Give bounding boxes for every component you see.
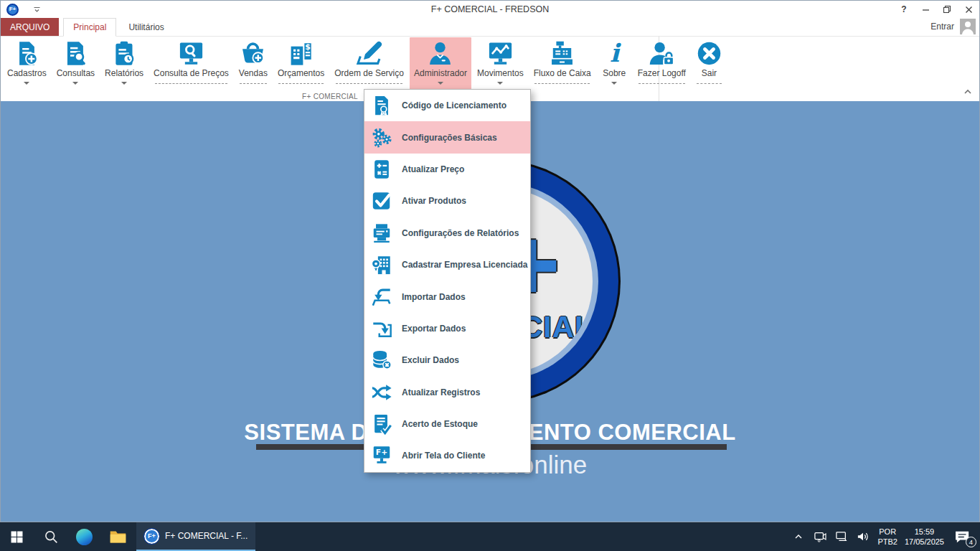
ribbon-button-administrador[interactable]: Administrador bbox=[410, 37, 471, 90]
file-explorer-icon[interactable] bbox=[101, 522, 135, 551]
menu-item-label: Abrir Tela do Cliente bbox=[402, 451, 485, 461]
minimize-button[interactable] bbox=[915, 1, 936, 18]
building-pin-icon bbox=[371, 254, 392, 276]
menu-item-atualizar-preco[interactable]: Atualizar Preço bbox=[364, 154, 530, 185]
doc-plus-icon bbox=[14, 40, 40, 67]
ribbon-button-orcamentos[interactable]: $Orçamentos bbox=[273, 37, 329, 90]
administrador-dropdown-menu: Código de LicenciamentoConfigurações Bás… bbox=[364, 89, 531, 473]
volume-icon[interactable] bbox=[856, 531, 870, 542]
menu-item-label: Cadastrar Empresa Licenciada bbox=[402, 260, 527, 270]
window-controls: ? bbox=[893, 1, 979, 18]
dashed-separator bbox=[334, 81, 404, 85]
dashed-separator bbox=[278, 81, 324, 85]
ribbon-button-sair[interactable]: Sair bbox=[692, 37, 727, 90]
menu-item-label: Ativar Produtos bbox=[402, 196, 466, 206]
dashed-separator bbox=[239, 81, 268, 85]
notification-count-badge: 4 bbox=[966, 537, 976, 547]
taskbar-app-button[interactable]: F+ F+ COMERCIAL - F... bbox=[136, 522, 255, 551]
menu-item-label: Configurações de Relatórios bbox=[402, 228, 519, 238]
menu-item-configuracoes-de-relatorios[interactable]: Configurações de Relatórios bbox=[364, 217, 530, 249]
clock-time: 15:59 bbox=[905, 527, 944, 537]
clock-date: 17/05/2025 bbox=[905, 537, 944, 547]
ribbon-button-movimentos[interactable]: Movimentos bbox=[473, 37, 528, 90]
ribbon-button-consultas[interactable]: Consultas bbox=[52, 37, 99, 90]
svg-text:F+: F+ bbox=[376, 448, 387, 458]
dropdown-arrow-icon bbox=[414, 81, 467, 85]
taskbar: F+ F+ COMERCIAL - F... POR PTB2 15:59 1 bbox=[0, 522, 980, 551]
monitor-fplus-icon: F+ bbox=[371, 445, 392, 466]
ribbon-button-vendas[interactable]: Vendas bbox=[235, 37, 272, 90]
ribbon-button-ordem-de-servico[interactable]: Ordem de Serviço bbox=[330, 37, 408, 90]
language-line2: PTB2 bbox=[877, 537, 897, 547]
ribbon-button-label: Orçamentos bbox=[278, 68, 324, 78]
ribbon-button-sobre[interactable]: iSobre bbox=[597, 37, 632, 90]
menu-item-ativar-produtos[interactable]: Ativar Produtos bbox=[364, 185, 530, 217]
menu-item-atualizar-registros[interactable]: Atualizar Registros bbox=[364, 377, 530, 408]
certificate-doc-icon bbox=[371, 95, 392, 116]
tab-arquivo[interactable]: ARQUIVO bbox=[1, 18, 59, 36]
ribbon-button-cadastros[interactable]: Cadastros bbox=[3, 37, 51, 90]
menu-item-exportar-dados[interactable]: Exportar Dados bbox=[364, 313, 530, 344]
ribbon-button-fluxo-de-caixa[interactable]: Fluxo de Caixa bbox=[529, 37, 595, 90]
menu-item-codigo-de-licenciamento[interactable]: Código de Licenciamento bbox=[364, 90, 530, 121]
database-x-icon bbox=[371, 349, 392, 371]
dashed-separator bbox=[696, 81, 722, 85]
menu-item-label: Acerto de Estoque bbox=[402, 419, 478, 429]
network-icon[interactable] bbox=[834, 531, 849, 542]
notification-center-icon[interactable]: 4 bbox=[954, 530, 971, 544]
clock[interactable]: 15:59 17/05/2025 bbox=[905, 527, 944, 547]
taskbar-app-icon: F+ bbox=[144, 529, 159, 544]
dropdown-arrow-icon bbox=[601, 81, 628, 85]
calc-dollar-icon: $ bbox=[288, 40, 314, 67]
tab-principal[interactable]: Principal bbox=[63, 18, 116, 37]
menu-item-label: Atualizar Preço bbox=[402, 164, 464, 174]
ribbon-group-label: F+ COMERCIAL bbox=[1, 93, 659, 100]
restore-button[interactable] bbox=[936, 1, 958, 18]
dashed-separator bbox=[534, 81, 591, 85]
edge-browser-icon[interactable] bbox=[67, 522, 101, 551]
search-button[interactable] bbox=[34, 522, 67, 551]
ribbon-button-label: Relatórios bbox=[105, 68, 143, 78]
menu-item-abrir-tela-do-cliente[interactable]: F+Abrir Tela do Cliente bbox=[364, 440, 530, 471]
ribbon-button-fazer-logoff[interactable]: Fazer Logoff bbox=[633, 37, 690, 90]
ribbon-button-label: Ordem de Serviço bbox=[334, 68, 404, 78]
app-window: F+ F+ COMERCIAL - FREDSON ? ARQUIVO Prin… bbox=[0, 0, 980, 522]
start-button[interactable] bbox=[0, 522, 34, 551]
basket-plus-icon bbox=[240, 40, 266, 67]
collapse-ribbon-icon[interactable] bbox=[963, 85, 972, 98]
ribbon-button-relatorios[interactable]: Relatórios bbox=[100, 37, 148, 90]
sign-in-area[interactable]: Entrar bbox=[930, 19, 976, 34]
window-title: F+ COMERCIAL - FREDSON bbox=[1, 4, 979, 14]
menu-item-excluir-dados[interactable]: Excluir Dados bbox=[364, 344, 530, 376]
close-button[interactable] bbox=[958, 1, 979, 18]
menu-item-label: Importar Dados bbox=[402, 292, 466, 302]
ribbon-button-label: Consulta de Preços bbox=[154, 68, 229, 78]
dropdown-arrow-icon bbox=[477, 81, 524, 85]
app-logo-icon[interactable]: F+ bbox=[6, 4, 19, 16]
menu-item-cadastrar-empresa-licenciada[interactable]: Cadastrar Empresa Licenciada bbox=[364, 249, 530, 281]
tab-utilitarios[interactable]: Utilitários bbox=[119, 19, 173, 36]
menu-item-importar-dados[interactable]: Importar Dados bbox=[364, 281, 530, 312]
circle-x-icon bbox=[696, 40, 722, 67]
menu-item-label: Atualizar Registros bbox=[402, 387, 480, 397]
quick-access-toolbar-arrow-icon[interactable] bbox=[33, 6, 41, 13]
menu-item-acerto-de-estoque[interactable]: Acerto de Estoque bbox=[364, 408, 530, 440]
titlebar: F+ F+ COMERCIAL - FREDSON ? bbox=[1, 1, 979, 18]
gears-icon bbox=[371, 127, 392, 149]
ribbon-button-label: Sobre bbox=[603, 68, 626, 78]
meet-now-icon[interactable] bbox=[813, 531, 827, 542]
svg-text:$: $ bbox=[305, 42, 311, 52]
check-square-icon bbox=[371, 190, 392, 212]
ribbon-group: CadastrosConsultasRelatóriosConsulta de … bbox=[1, 37, 659, 101]
menu-item-label: Exportar Dados bbox=[402, 324, 466, 334]
ribbon-button-label: Fazer Logoff bbox=[638, 68, 686, 78]
help-button[interactable]: ? bbox=[893, 1, 915, 18]
ribbon-button-label: Vendas bbox=[239, 68, 268, 78]
clipboard-clock-icon bbox=[111, 40, 138, 67]
hidden-icons-chevron-icon[interactable] bbox=[791, 534, 806, 540]
ribbon-button-consulta-de-precos[interactable]: Consulta de Preços bbox=[149, 37, 233, 90]
user-avatar-icon[interactable] bbox=[960, 19, 976, 34]
language-indicator[interactable]: POR PTB2 bbox=[877, 527, 897, 547]
menu-item-configuracoes-basicas[interactable]: Configurações Básicas bbox=[364, 121, 530, 153]
menu-item-label: Excluir Dados bbox=[402, 355, 459, 365]
